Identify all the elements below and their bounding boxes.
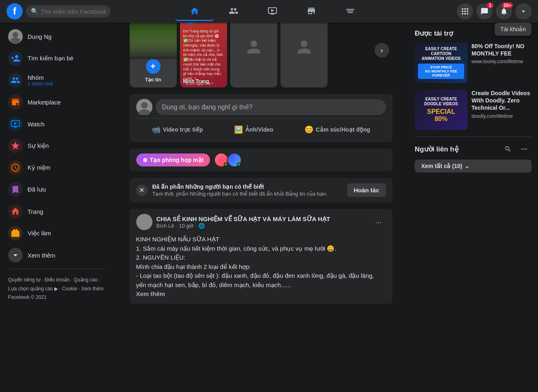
footer-more[interactable]: Xem thêm <box>81 286 103 292</box>
svg-point-22 <box>526 149 527 150</box>
svg-point-16 <box>141 102 148 109</box>
ad-card-2[interactable]: EASILY CREATEDOODLE VIDEOS SPECIAL80% Cr… <box>415 89 532 130</box>
ad-card-1[interactable]: EASILY CREATECARTOONANIMATION VIDEOS STA… <box>415 43 532 83</box>
contacts-more-button[interactable] <box>517 142 532 156</box>
sidebar-find-friends-label: Tìm kiếm bạn bè <box>28 55 73 62</box>
post-more-button[interactable]: ··· <box>371 215 386 229</box>
post-header: CHIA SẺ KINH NGHIỆM VỀ SỮA HẠT VÀ MÁY LÀ… <box>130 209 392 235</box>
jobs-label: Việc làm <box>28 230 51 237</box>
feed: + Tạo tin Em Trang đang có gói bh cho cả… <box>123 0 399 317</box>
search-input[interactable] <box>41 8 106 15</box>
room-bar: ⊕ Tạo phòng họp mặt <box>130 149 392 171</box>
sidebar-right-divider <box>415 136 532 137</box>
groups-text: Nhóm 1 nhóm mới <box>28 74 53 87</box>
footer-ad-choices[interactable]: Lựa chọn quảng cáo <box>8 286 53 292</box>
contacts-search-button[interactable] <box>501 142 515 156</box>
post-globe-icon: 🌐 <box>198 223 205 229</box>
nav-friends-button[interactable] <box>214 2 253 21</box>
undo-button[interactable]: Hoàn tác <box>347 183 386 197</box>
sidebar-item-events[interactable]: Sự kiện <box>3 135 110 156</box>
online-indicator-2 <box>237 162 241 166</box>
messenger-button[interactable]: 1 <box>476 3 493 19</box>
footer-ads[interactable]: Quảng cáo <box>74 277 98 283</box>
see-more-button[interactable]: Xem thêm <box>136 290 165 297</box>
svg-point-9 <box>13 32 18 38</box>
nav-left: f 🔍 <box>6 3 111 19</box>
account-menu-button[interactable] <box>515 3 532 19</box>
create-room-button[interactable]: ⊕ Tạo phòng họp mặt <box>136 153 210 166</box>
marketplace-label: Marketplace <box>28 99 61 106</box>
footer-privacy[interactable]: Quyền riêng tư <box>8 277 41 283</box>
svg-marker-11 <box>11 142 19 149</box>
sidebar-item-saved[interactable]: Đã lưu <box>3 179 110 200</box>
sidebar-item-find-friends[interactable]: Tìm kiếm bạn bè <box>3 48 110 69</box>
post-author-avatar <box>136 214 152 230</box>
post-creation-box: Dung ơi, bạn đang nghĩ gì thế? 📹 Video t… <box>130 94 392 142</box>
hidden-notice: ✕ Đã ẩn phần Những người bạn có thể biết… <box>130 178 392 202</box>
footer-terms[interactable]: Điều khoản <box>45 277 69 283</box>
feeling-button[interactable]: 😊 Cảm xúc/Hoạt động <box>298 122 377 137</box>
search-box[interactable]: 🔍 <box>26 5 111 17</box>
svg-point-19 <box>139 224 150 230</box>
find-friends-icon <box>8 51 23 66</box>
memories-label: Kỷ niệm <box>28 164 50 171</box>
pages-label: Trang <box>28 208 43 215</box>
sidebar-item-watch[interactable]: Watch <box>3 113 110 134</box>
memories-icon <box>8 160 23 175</box>
stories-next-button[interactable]: › <box>375 43 389 58</box>
post-text-input[interactable]: Dung ơi, bạn đang nghĩ gì thế? <box>156 99 386 115</box>
notifications-button[interactable]: 20+ <box>496 3 512 19</box>
photo-video-button[interactable]: 🖼️ Ảnh/Video <box>227 122 280 137</box>
more-label: Xem thêm <box>28 252 55 259</box>
sidebar-item-marketplace[interactable]: Marketplace <box>3 92 110 113</box>
ad-title-1: 80% Off Toonly! NO MONTHLY FEE <box>472 43 532 57</box>
post-meta: Bích Lê · 10 giờ · 🌐 <box>156 223 367 229</box>
svg-point-10 <box>11 38 20 43</box>
events-icon <box>8 138 23 153</box>
svg-point-2 <box>467 8 468 10</box>
jobs-icon <box>8 226 23 241</box>
close-notice-button[interactable]: ✕ <box>136 185 148 196</box>
sidebar-item-jobs[interactable]: Việc làm <box>3 223 110 244</box>
events-label: Sự kiện <box>28 142 49 149</box>
messenger-badge: 1 <box>487 2 493 8</box>
nav-marketplace-button[interactable] <box>292 2 331 21</box>
post-group-name[interactable]: CHIA SẺ KINH NGHIỆM VỀ SỮA HẠT VÀ MÁY LÀ… <box>156 215 367 223</box>
sidebar-item-more[interactable]: Xem thêm <box>3 245 110 266</box>
user-avatar <box>8 29 23 44</box>
live-video-button[interactable]: 📹 Video trực tiếp <box>145 122 210 137</box>
contacts-icons <box>501 142 532 156</box>
facebook-logo[interactable]: f <box>6 3 23 19</box>
svg-point-5 <box>467 11 468 12</box>
create-story-label: Tạo tin <box>145 77 161 83</box>
sidebar-user-name: Dung Ng <box>28 33 51 40</box>
chevron-down-icon: ⌄ <box>465 163 469 169</box>
see-all-contacts-button[interactable]: Xem tất cả (10) ⌄ <box>415 160 532 173</box>
nav-home-button[interactable] <box>175 2 214 21</box>
post-dot-2: · <box>195 223 197 229</box>
photo-video-label: Ảnh/Video <box>245 126 273 133</box>
post-box-top: Dung ơi, bạn đang nghĩ gì thế? <box>136 99 386 115</box>
room-avatar-2 <box>227 153 242 167</box>
post-time: 10 giờ <box>179 223 193 229</box>
sidebar-item-profile[interactable]: Dung Ng <box>3 26 110 47</box>
ad-image-2: EASILY CREATEDOODLE VIDEOS SPECIAL80% <box>415 89 467 130</box>
room-plus-icon: ⊕ <box>143 157 148 163</box>
nav-groups-button[interactable] <box>331 2 370 21</box>
feeling-label: Cảm xúc/Hoạt động <box>316 126 370 133</box>
ad-url-1: www.toonly.com/lifetime <box>472 59 532 64</box>
post-line-5: - Loại tao bột (tao độ sên sệt ): đậu xa… <box>136 271 386 290</box>
groups-label: Nhóm <box>28 74 53 81</box>
footer-cookie[interactable]: Cookie <box>62 286 77 292</box>
more-icon <box>8 248 23 262</box>
sidebar-item-pages[interactable]: Trang <box>3 201 110 222</box>
svg-point-7 <box>464 13 466 15</box>
notifications-badge: 20+ <box>502 2 513 8</box>
sidebar-item-groups[interactable]: Nhóm 1 nhóm mới <box>3 70 110 91</box>
nav-watch-button[interactable] <box>253 2 292 21</box>
post-author[interactable]: Bích Lê <box>156 223 174 229</box>
contacts-header: Người liên hệ <box>415 142 532 156</box>
grid-menu-button[interactable] <box>457 3 473 19</box>
sidebar-item-memories[interactable]: Kỷ niệm <box>3 157 110 178</box>
post-user-info: CHIA SẺ KINH NGHIỆM VỀ SỮA HẠT VÀ MÁY LÀ… <box>156 215 367 229</box>
